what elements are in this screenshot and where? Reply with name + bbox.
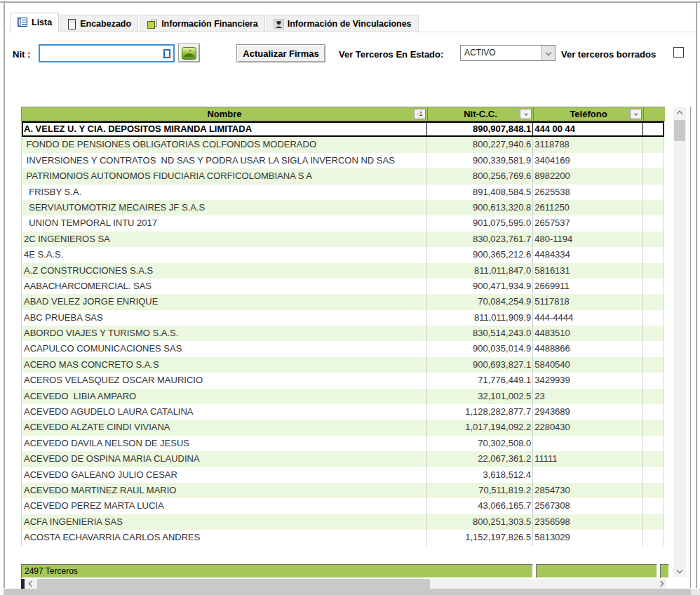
nit-input[interactable] xyxy=(40,47,152,60)
cell-nombre: ABC PRUEBA SAS xyxy=(22,310,427,326)
cell-nombre: FRISBY S.A. xyxy=(22,185,427,200)
estado-dropdown[interactable]: ACTIVO xyxy=(460,45,556,61)
cell-extra xyxy=(643,436,664,451)
table-row[interactable]: ACEVEDO DAVILA NELSON DE JESUS 70,302,50… xyxy=(22,436,664,451)
borrados-checkbox[interactable] xyxy=(673,47,684,58)
tab-informacion-vinculaciones[interactable]: Información de Vinculaciones xyxy=(267,15,419,32)
cell-extra xyxy=(643,168,664,184)
horizontal-scrollbar[interactable] xyxy=(21,579,666,589)
table-row[interactable]: FONDO DE PENSIONES OBLIGATORIAS COLFONDO… xyxy=(22,137,664,152)
filter-dropdown-button[interactable] xyxy=(520,109,532,119)
actualizar-firmas-button[interactable]: Actualizar Firmas xyxy=(236,44,325,62)
cell-telefono: 2280430 xyxy=(533,420,643,435)
table-row[interactable]: 4E S.A.S. 900,365,212.6 4484334 xyxy=(22,247,664,262)
table-row[interactable]: ACEVEDO ALZATE CINDI VIVIANA 1,017,194,0… xyxy=(22,420,664,435)
column-header-nombre[interactable]: Nombre -1 xyxy=(22,107,428,121)
cell-nit: 830,023,761.7 xyxy=(427,232,533,247)
footer-cell xyxy=(660,564,669,578)
cell-telefono: 2657537 xyxy=(533,215,643,231)
cell-telefono: 444-4444 xyxy=(533,310,643,326)
cell-extra xyxy=(643,483,664,498)
column-header-nit[interactable]: Nit-C.C. xyxy=(428,107,534,121)
page-icon xyxy=(67,19,76,29)
table-row[interactable]: ABAD VELEZ JORGE ENRIQUE 70,084,254.9 51… xyxy=(22,294,664,309)
table-row[interactable]: A.Z CONSTRUCCIONES S.A.S 811,011,847.0 5… xyxy=(22,263,664,279)
cell-nit: 71,776,449.1 xyxy=(427,373,533,388)
table-row[interactable]: ACOSTA ECHAVARRIA CARLOS ANDRES 1,152,19… xyxy=(22,530,664,545)
cell-extra xyxy=(643,530,664,545)
table-row[interactable]: UNION TEMPORAL INTU 2017 901,075,595.0 2… xyxy=(22,215,664,231)
cell-telefono: 4484334 xyxy=(533,247,643,262)
filter-dropdown-button[interactable] xyxy=(630,109,642,119)
table-row[interactable]: PATRIMONIOS AUTONOMOS FIDUCIARIA CORFICO… xyxy=(22,168,664,184)
vertical-scrollbar[interactable] xyxy=(673,107,686,577)
buscar-tercero-button[interactable] xyxy=(178,44,200,62)
cell-extra xyxy=(643,121,664,137)
table-row[interactable]: ACERO MAS CONCRETO S.A.S 900,693,827.1 5… xyxy=(22,357,664,373)
chevron-right-icon xyxy=(657,581,663,587)
cell-nombre: ACAPULCO COMUNICACIONES SAS xyxy=(22,341,427,356)
cell-nit: 32,101,002.5 xyxy=(427,389,533,404)
scroll-left-button[interactable] xyxy=(25,579,36,589)
table-row[interactable]: ACEROS VELASQUEZ OSCAR MAURICIO 71,776,4… xyxy=(22,373,664,388)
status-bar xyxy=(4,589,700,595)
footer-cell xyxy=(536,564,657,578)
table-row[interactable]: ACEVEDO PEREZ MARTA LUCIA 43,066,165.7 2… xyxy=(22,498,664,514)
table-row[interactable]: ACFA INGENIERIA SAS 800,251,303.5 235659… xyxy=(22,514,664,530)
table-row[interactable]: ACEVEDO MARTINEZ RAUL MARIO 70,511,819.2… xyxy=(22,483,664,498)
tab-encabezado[interactable]: Encabezado xyxy=(60,15,138,32)
chevron-down-icon xyxy=(524,112,528,116)
vertical-scroll-thumb[interactable] xyxy=(674,120,685,141)
table-row[interactable]: ACEVEDO LIBIA AMPARO 32,101,002.5 23 xyxy=(22,389,664,404)
column-header-telefono[interactable]: Teléfono xyxy=(534,107,644,121)
scroll-right-button[interactable] xyxy=(656,579,666,589)
grid-header: Nombre -1 Nit-C.C. Teléfono xyxy=(21,107,665,121)
tab-label: Información Financiera xyxy=(161,19,258,29)
tab-label: Información de Vinculaciones xyxy=(288,19,412,29)
cell-extra xyxy=(643,498,664,514)
cell-nit: 890,907,848.1 xyxy=(427,121,533,137)
table-row[interactable]: ABC PRUEBA SAS 811,011,909.9 444-4444 xyxy=(22,310,664,326)
table-row[interactable]: ACEVEDO GALEANO JULIO CESAR 3,618,512.4 xyxy=(22,467,664,483)
cell-extra xyxy=(643,247,664,262)
table-row[interactable]: FRISBY S.A. 891,408,584.5 2625538 xyxy=(22,185,664,200)
cell-nit: 800,256,769.6 xyxy=(427,168,533,184)
horizontal-scroll-thumb[interactable] xyxy=(37,579,430,589)
table-row[interactable]: ACEVEDO DE OSPINA MARIA CLAUDINA 22,067,… xyxy=(22,451,664,467)
table-row[interactable]: AABACHARCOMERCIAL. SAS 900,471,934.9 266… xyxy=(22,279,664,294)
column-header-extra xyxy=(644,107,665,121)
table-row[interactable]: 2C INGENIEROS SA 830,023,761.7 480-1194 xyxy=(22,232,664,247)
sort-order-badge[interactable]: -1 xyxy=(414,109,426,119)
chevron-down-icon xyxy=(677,567,682,573)
splitter-grip[interactable] xyxy=(21,579,25,589)
tab-lista[interactable]: Lista xyxy=(11,13,59,32)
table-row[interactable]: ACEVEDO AGUDELO LAURA CATALINA 1,128,282… xyxy=(22,404,664,420)
table-row[interactable]: ABORDO VIAJES Y TURISMO S.A.S. 830,514,2… xyxy=(22,326,664,341)
scroll-up-button[interactable] xyxy=(673,107,686,119)
tab-informacion-financiera[interactable]: Información Financiera xyxy=(140,15,265,32)
cell-nit: 3,618,512.4 xyxy=(427,467,533,483)
grid-right-border xyxy=(690,107,691,588)
cell-extra xyxy=(643,357,664,373)
cell-telefono: 2943689 xyxy=(533,404,643,420)
cell-nit: 900,693,827.1 xyxy=(427,357,533,373)
cell-extra xyxy=(643,373,664,388)
dropdown-arrow-button[interactable] xyxy=(541,46,555,60)
scroll-down-button[interactable] xyxy=(673,565,686,577)
cell-extra xyxy=(643,294,664,309)
cell-nit: 811,011,909.9 xyxy=(427,310,533,326)
cell-nombre: ACEVEDO AGUDELO LAURA CATALINA xyxy=(22,404,427,420)
table-row[interactable]: ACAPULCO COMUNICACIONES SAS 900,035,014.… xyxy=(22,341,664,356)
cell-nit: 900,365,212.6 xyxy=(427,247,533,262)
table-row[interactable]: SERVIAUTOMOTRIZ MECAIRES JF S.A.S 900,61… xyxy=(22,200,664,215)
cell-telefono: 3429939 xyxy=(533,373,643,388)
cell-nombre: A.Z CONSTRUCCIONES S.A.S xyxy=(22,263,427,279)
cell-nit: 900,471,934.9 xyxy=(427,279,533,294)
table-row[interactable]: INVERSIONES Y CONTRATOS ND SAS Y PODRA U… xyxy=(22,153,664,168)
cell-nit: 70,084,254.9 xyxy=(427,294,533,309)
chevron-left-icon xyxy=(28,581,34,587)
table-row[interactable]: A. VELEZ U. Y CIA. DEPOSITOS MIRANDA LIM… xyxy=(22,121,664,137)
cell-extra xyxy=(643,389,664,404)
cell-extra xyxy=(643,263,664,279)
cell-nit: 1,152,197,826.5 xyxy=(427,530,533,545)
